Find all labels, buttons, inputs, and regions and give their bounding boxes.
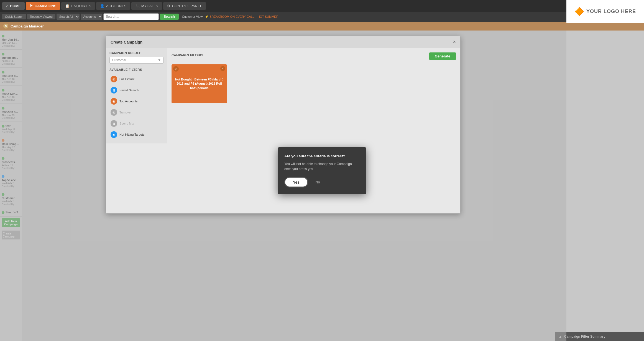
logo-text: YOUR LOGO HERE	[586, 9, 636, 14]
filter-card-icon: ◎	[173, 66, 179, 72]
right-panel-header: CAMPAIGN FILTERS Generate	[172, 52, 456, 60]
filter-item-not-hitting-targets[interactable]: ◉ Not Hitting Targets	[109, 129, 163, 140]
campaign-filters-title: CAMPAIGN FILTERS	[172, 54, 203, 57]
modal-body: CAMPAIGN RESULT Customer ▼ AVAILABLE FIL…	[106, 48, 460, 143]
home-label: HOME	[10, 4, 21, 8]
campaigns-label: CAMPAIGNS	[35, 4, 56, 8]
enquiries-tab[interactable]: 📋 ENQUIRIES	[61, 2, 95, 10]
control-panel-icon: ⚙	[167, 4, 170, 8]
campaign-filter-summary-bar[interactable]: ▲ Campaign Filter Summary	[555, 332, 644, 341]
campaign-result-title: CAMPAIGN RESULT	[109, 51, 163, 55]
logo-area: 🔶 YOUR LOGO HERE	[566, 0, 644, 23]
campaign-manager-icon: ⚑	[3, 24, 8, 29]
confirm-no-button[interactable]: No	[311, 178, 324, 186]
modal-header: Create Campaign ×	[106, 36, 460, 48]
filter-label: Not Hitting Targets	[119, 133, 144, 136]
mycalls-tab[interactable]: 📞 MYCALLS	[131, 2, 162, 10]
filter-label: Spend Mix	[119, 122, 134, 125]
campaign-result-value: Customer	[112, 58, 126, 62]
mycalls-label: MYCALLS	[141, 4, 158, 8]
recently-viewed-button[interactable]: Recently Viewed	[27, 14, 55, 19]
campaigns-icon: ⚑	[30, 4, 33, 8]
filter-card-close-button[interactable]: ×	[220, 66, 225, 71]
quick-search-button[interactable]: Quick Search	[2, 14, 26, 19]
control-panel-tab[interactable]: ⚙ CONTROL PANEL	[163, 2, 206, 10]
bottom-bar-title: Campaign Filter Summary	[564, 335, 605, 339]
home-icon: ⌂	[6, 4, 8, 8]
ticker-text: ⚡ BREAKROOM ON EVERY CALL – HOT SUMMER	[205, 15, 278, 19]
confirm-yes-button[interactable]: Yes	[284, 177, 308, 187]
right-panel: CAMPAIGN FILTERS Generate ◎ × Not Bought…	[167, 48, 460, 143]
customer-view-label: Customer View	[182, 15, 203, 18]
dropdown-arrow-icon: ▼	[158, 58, 161, 62]
confirm-body: You will not be able to change your Camp…	[284, 161, 360, 171]
filter-item-full-picture[interactable]: ◎ Full Picture	[109, 74, 163, 85]
left-panel: CAMPAIGN RESULT Customer ▼ AVAILABLE FIL…	[106, 48, 167, 143]
search-input[interactable]	[103, 13, 159, 20]
home-tab[interactable]: ⌂ HOME	[2, 2, 25, 10]
campaign-result-dropdown[interactable]: Customer ▼	[109, 57, 163, 64]
filter-card[interactable]: ◎ × Not Bought - Between P3 (March) 2013…	[172, 64, 227, 103]
mycalls-icon: 📞	[135, 4, 140, 8]
filter-label: Turnover	[119, 111, 132, 114]
filter-item-spend-mix: ▦ Spend Mix	[109, 118, 163, 129]
accounts-dropdown[interactable]: Accounts	[81, 14, 102, 20]
filter-item-turnover: ◎ Turnover	[109, 107, 163, 118]
filter-icon: ▦	[111, 87, 117, 94]
campaign-manager-bar: ⚑ Campaign Manager	[0, 22, 644, 31]
available-filters-title: AVAILABLE FILTERS	[109, 68, 163, 71]
search-bar: Quick Search Recently Viewed Search All …	[0, 12, 644, 22]
campaigns-tab[interactable]: ⚑ CAMPAIGNS	[26, 2, 60, 10]
filter-icon: ◉	[111, 131, 117, 138]
generate-button[interactable]: Generate	[429, 52, 456, 60]
filter-icon: ◎	[111, 109, 117, 116]
accounts-label: ACCOUNTS	[106, 4, 126, 8]
confirm-buttons: Yes No	[284, 177, 360, 187]
accounts-tab[interactable]: 👤 ACCOUNTS	[96, 2, 130, 10]
filter-card-text: Not Bought - Between P3 (March) 2013 and…	[175, 77, 224, 90]
control-panel-label: CONTROL PANEL	[172, 4, 202, 8]
campaign-manager-title: Campaign Manager	[11, 24, 44, 28]
modal-title: Create Campaign	[111, 40, 142, 44]
filter-label: Saved Search	[119, 89, 139, 92]
modal-close-button[interactable]: ×	[453, 39, 456, 45]
enquiries-icon: 📋	[65, 4, 70, 8]
logo-icon: 🔶	[574, 7, 584, 16]
confirm-title: Are you sure the criteria is correct?	[284, 154, 360, 158]
accounts-icon: 👤	[100, 4, 104, 8]
filter-label: Top Accounts	[119, 100, 137, 103]
filter-item-top-accounts[interactable]: ◉ Top Accounts	[109, 96, 163, 107]
filter-icon: ◎	[111, 76, 117, 82]
filter-item-saved-search[interactable]: ▦ Saved Search	[109, 85, 163, 96]
top-nav: ⌂ HOME ⚑ CAMPAIGNS 📋 ENQUIRIES 👤 ACCOUNT…	[0, 0, 644, 12]
filter-label: Full Picture	[119, 77, 135, 81]
search-button[interactable]: Search	[160, 14, 179, 20]
search-all-dropdown[interactable]: Search All	[57, 14, 80, 20]
enquiries-label: ENQUIRIES	[71, 4, 91, 8]
filter-icon: ◉	[111, 98, 117, 105]
filter-icon: ▦	[111, 120, 117, 127]
confirm-dialog: Are you sure the criteria is correct? Yo…	[278, 147, 366, 194]
